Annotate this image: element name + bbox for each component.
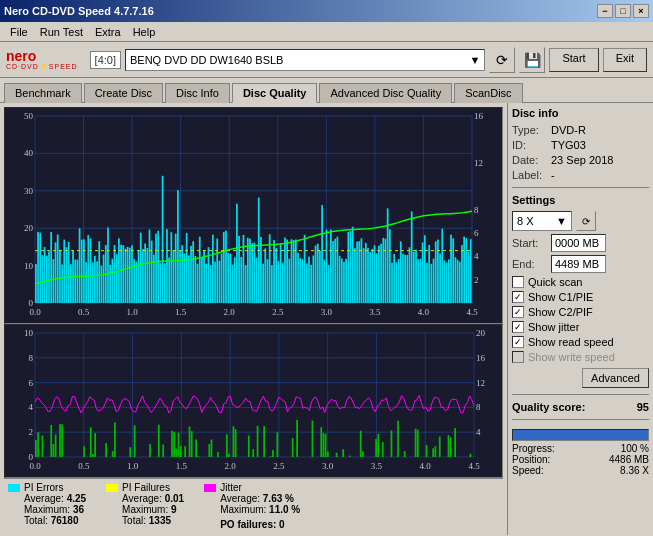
disc-label-row: Label: - (512, 169, 649, 181)
show-write-speed-label: Show write speed (528, 351, 615, 363)
legend: PI Errors Average: 4.25 Maximum: 36 Tota… (4, 478, 503, 533)
top-chart (4, 107, 503, 324)
jitter-label: Jitter (220, 482, 242, 493)
show-jitter-label: Show jitter (528, 321, 579, 333)
pi-errors-total: Total: 76180 (8, 515, 86, 526)
jitter-color (204, 484, 216, 492)
disc-type-row: Type: DVD-R (512, 124, 649, 136)
position-label: Position: (512, 454, 550, 465)
disc-date-value: 23 Sep 2018 (551, 154, 613, 166)
tab-benchmark[interactable]: Benchmark (4, 83, 82, 103)
start-label: Start: (512, 237, 547, 249)
right-panel: Disc info Type: DVD-R ID: TYG03 Date: 23… (507, 103, 653, 535)
disc-id-value: TYG03 (551, 139, 586, 151)
legend-pi-failures: PI Failures Average: 0.01 Maximum: 9 Tot… (106, 482, 184, 530)
title-bar: Nero CD-DVD Speed 4.7.7.16 − □ × (0, 0, 653, 22)
disc-info-title: Disc info (512, 107, 649, 119)
disc-date-row: Date: 23 Sep 2018 (512, 154, 649, 166)
tab-disc-info[interactable]: Disc Info (165, 83, 230, 103)
tab-scan-disc[interactable]: ScanDisc (454, 83, 522, 103)
title-bar-title: Nero CD-DVD Speed 4.7.7.16 (4, 5, 154, 17)
menu-file[interactable]: File (4, 24, 34, 40)
show-write-speed-row: Show write speed (512, 351, 649, 363)
show-read-speed-checkbox[interactable] (512, 336, 524, 348)
show-c1pie-checkbox[interactable] (512, 291, 524, 303)
bottom-chart (4, 324, 503, 478)
po-failures: PO failures: 0 (204, 519, 300, 530)
divider-1 (512, 187, 649, 188)
pi-failures-avg: Average: 0.01 (106, 493, 184, 504)
progress-row: Progress: 100 % (512, 443, 649, 454)
progress-value: 100 % (621, 443, 649, 454)
disc-type-value: DVD-R (551, 124, 586, 136)
close-button[interactable]: × (633, 4, 649, 18)
pi-failures-total: Total: 1335 (106, 515, 184, 526)
exit-button[interactable]: Exit (603, 48, 647, 72)
legend-pi-errors: PI Errors Average: 4.25 Maximum: 36 Tota… (8, 482, 86, 530)
show-c1pie-label: Show C1/PIE (528, 291, 593, 303)
quality-score-row: Quality score: 95 (512, 401, 649, 413)
legend-jitter: Jitter Average: 7.63 % Maximum: 11.0 % P… (204, 482, 300, 530)
jitter-max: Maximum: 11.0 % (204, 504, 300, 515)
tabs: Benchmark Create Disc Disc Info Disc Qua… (0, 78, 653, 103)
minimize-button[interactable]: − (597, 4, 613, 18)
tab-disc-quality[interactable]: Disc Quality (232, 83, 318, 103)
disc-type-label: Type: (512, 124, 547, 136)
quality-score-label: Quality score: (512, 401, 585, 413)
main-content: PI Errors Average: 4.25 Maximum: 36 Tota… (0, 103, 653, 535)
speed-dropdown[interactable]: 8 X ▼ (512, 211, 572, 231)
progress-label: Progress: (512, 443, 555, 454)
app-title: Nero CD-DVD Speed 4.7.7.16 (4, 5, 154, 17)
disc-id-row: ID: TYG03 (512, 139, 649, 151)
show-c2pif-label: Show C2/PIF (528, 306, 593, 318)
progress-section: Progress: 100 % Position: 4486 MB Speed:… (512, 429, 649, 476)
pi-failures-max: Maximum: 9 (106, 504, 184, 515)
speed-row: 8 X ▼ ⟳ (512, 211, 649, 231)
pi-errors-color (8, 484, 20, 492)
nero-logo-sub: CD·DVD⚡SPEED (6, 63, 78, 70)
menu-help[interactable]: Help (127, 24, 162, 40)
drive-selector: [4:0] BENQ DVD DD DW1640 BSLB ▼ (90, 49, 486, 71)
show-c2pif-row: Show C2/PIF (512, 306, 649, 318)
quality-score-value: 95 (637, 401, 649, 413)
show-write-speed-checkbox[interactable] (512, 351, 524, 363)
show-c1pie-row: Show C1/PIE (512, 291, 649, 303)
speed-label: Speed: (512, 465, 544, 476)
position-value: 4486 MB (609, 454, 649, 465)
divider-3 (512, 419, 649, 420)
start-button[interactable]: Start (549, 48, 598, 72)
menu-extra[interactable]: Extra (89, 24, 127, 40)
pi-failures-label: PI Failures (122, 482, 170, 493)
pi-errors-label: PI Errors (24, 482, 63, 493)
tab-advanced-disc-quality[interactable]: Advanced Disc Quality (319, 83, 452, 103)
save-icon[interactable]: 💾 (519, 47, 545, 73)
disc-date-label: Date: (512, 154, 547, 166)
start-row: Start: 0000 MB (512, 234, 649, 252)
tab-create-disc[interactable]: Create Disc (84, 83, 163, 103)
drive-dropdown[interactable]: BENQ DVD DD DW1640 BSLB ▼ (125, 49, 485, 71)
title-bar-controls[interactable]: − □ × (597, 4, 649, 18)
advanced-button[interactable]: Advanced (582, 368, 649, 388)
show-jitter-checkbox[interactable] (512, 321, 524, 333)
disc-label-value: - (551, 169, 555, 181)
show-c2pif-checkbox[interactable] (512, 306, 524, 318)
settings-title: Settings (512, 194, 649, 206)
end-label: End: (512, 258, 547, 270)
quick-scan-checkbox[interactable] (512, 276, 524, 288)
quick-scan-label: Quick scan (528, 276, 582, 288)
disc-label-label: Label: (512, 169, 547, 181)
pi-errors-max: Maximum: 36 (8, 504, 86, 515)
end-input[interactable]: 4489 MB (551, 255, 606, 273)
jitter-avg: Average: 7.63 % (204, 493, 300, 504)
progress-bar-inner (513, 430, 648, 440)
menu-run-test[interactable]: Run Test (34, 24, 89, 40)
refresh-icon[interactable]: ⟳ (489, 47, 515, 73)
maximize-button[interactable]: □ (615, 4, 631, 18)
chart-area: PI Errors Average: 4.25 Maximum: 36 Tota… (0, 103, 507, 535)
disc-id-label: ID: (512, 139, 547, 151)
show-jitter-row: Show jitter (512, 321, 649, 333)
settings-refresh-icon[interactable]: ⟳ (576, 211, 596, 231)
pi-errors-avg: Average: 4.25 (8, 493, 86, 504)
start-input[interactable]: 0000 MB (551, 234, 606, 252)
drive-label: [4:0] (90, 51, 121, 69)
